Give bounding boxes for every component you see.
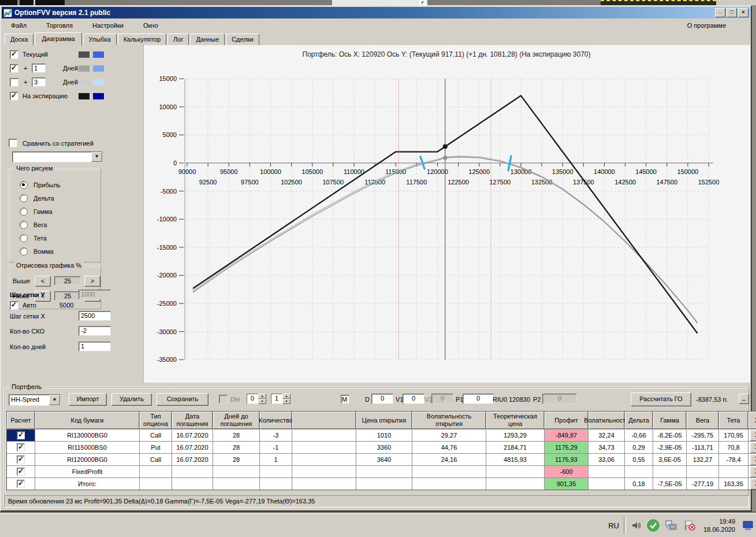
col-header-9[interactable]: Теоретическая цена [486,412,544,429]
radio-icon[interactable] [20,247,28,255]
close-button[interactable]: × [738,8,748,17]
chevron-down-icon[interactable]: ▼ [49,395,60,405]
layer-checkbox-1[interactable] [10,64,18,73]
collapse-button[interactable]: _ [739,394,749,404]
spinner-2[interactable]: 1 ▲▼ [271,394,291,404]
radio-icon[interactable] [20,221,28,229]
strategy-dropdown[interactable]: ▼ [12,151,103,162]
compare-checkbox[interactable] [9,139,17,147]
col-header-12[interactable]: Дельта [625,412,653,429]
auto-checkbox[interactable] [10,301,18,310]
layer-checkbox-3[interactable] [10,92,18,101]
menu-item-3[interactable]: Окно [141,21,161,30]
grid-step-y-field[interactable]: 1000 [79,290,111,299]
row-checkbox[interactable] [17,431,25,439]
decrease-button[interactable]: < [35,276,51,287]
menu-item-2[interactable]: Настройки [90,21,126,30]
param-field-v1[interactable]: 0 [403,394,424,404]
pnl-chart[interactable]: 150001000050000-5000-10000-15000-20000-2… [144,66,752,382]
maximize-button[interactable]: □ [727,8,737,17]
spin-down-icon[interactable]: ▼ [258,399,266,404]
layer-checkbox-2[interactable] [10,78,18,87]
radio-icon[interactable] [20,234,28,242]
col-header-spacer[interactable] [292,412,356,429]
radio-row-дельта[interactable]: Дельта [20,191,100,205]
percent-field[interactable]: 25 [54,276,81,286]
tab-диаграмма[interactable]: Диаграмма [35,32,81,46]
sko-count-field[interactable]: -2 [79,326,111,336]
col-header-7[interactable]: Цена открытия [356,412,412,429]
row-calc-cell[interactable] [7,429,35,441]
spin-up-icon[interactable]: ▲ [282,394,291,399]
col-header-8[interactable]: Волатильность открытия [412,412,486,429]
clock[interactable]: 19:49 18.06.2020 [701,517,738,534]
col-header-4[interactable]: Дней до погашения [213,412,259,429]
delete-row-button[interactable]: X [750,430,756,441]
tab-доска[interactable]: Доска [5,34,33,45]
param-field-d[interactable]: 0 [371,394,393,404]
speaker-icon[interactable] [631,520,642,531]
radio-icon[interactable] [20,181,28,189]
row-checkbox[interactable] [17,443,25,451]
p2-field[interactable]: 0 [542,394,577,404]
save-button[interactable]: Сохранить [157,393,208,406]
days-field-1[interactable]: 1 [32,64,46,73]
row-calc-cell[interactable] [7,454,35,465]
offline-flag-icon[interactable] [683,519,697,532]
increase-button[interactable]: > [84,276,100,287]
row-checkbox[interactable] [17,455,25,464]
tab-калькулятор[interactable]: Калькулятор [118,34,166,45]
row-calc-cell[interactable] [7,478,35,490]
percent-field[interactable]: 25 [54,291,81,301]
spin-up-icon[interactable]: ▲ [258,394,266,399]
menu-about[interactable]: О программе [685,21,728,30]
radio-row-тета[interactable]: Тета [20,231,100,245]
title-bar[interactable]: OptionFVV версия 2.1 public _ □ × [2,7,750,18]
language-indicator[interactable]: RU [608,521,619,530]
preset-dropdown[interactable]: HH-Spred ▼ [9,394,61,406]
radio-row-прибыль[interactable]: Прибыль [20,178,100,191]
network-icon[interactable] [664,519,678,532]
row-checkbox[interactable] [17,480,25,488]
import-button[interactable]: Импорт [69,393,107,406]
param-field-p1[interactable]: 0 [463,394,494,404]
col-header-11[interactable]: Волатильность [589,412,624,429]
delete-button[interactable]: Удалить [111,393,152,406]
tab-улыбка[interactable]: Улыбка [83,34,117,45]
col-header-14[interactable]: Вега [687,412,718,429]
radio-row-гамма[interactable]: Гамма [20,205,100,218]
radio-row-вега[interactable]: Вега [20,218,100,231]
days-count-field[interactable]: 1 [79,342,111,351]
menu-item-1[interactable]: Торговля [44,21,75,30]
spin-down-icon[interactable]: ▼ [282,399,291,404]
col-header-0[interactable]: Расчет [7,412,35,429]
col-header-13[interactable]: Гамма [653,412,686,429]
row-calc-cell[interactable] [7,442,35,453]
param-field-v2[interactable]: 0 [431,394,453,404]
minimize-button[interactable]: _ [715,8,725,17]
col-header-16[interactable]: X [748,412,756,429]
radio-icon[interactable] [20,208,28,216]
col-header-10[interactable]: Профит [545,412,588,429]
tab-лог[interactable]: Лог [167,34,189,45]
col-header-1[interactable]: Код бумаги [35,412,139,429]
chevron-down-icon[interactable]: ▼ [91,152,102,162]
show-desktop-icon[interactable] [742,520,754,531]
tab-сделки[interactable]: Сделки [226,34,259,45]
radio-row-вомма[interactable]: Вомма [20,245,100,258]
spinner-1[interactable]: 0 ▲▼ [247,394,266,404]
delete-row-button[interactable]: X [750,454,756,465]
layer-checkbox-0[interactable] [10,50,18,59]
delete-row-button[interactable]: X [750,442,756,453]
days-field-2[interactable]: 3 [32,77,46,87]
calc-margin-button[interactable]: Рассчитать ГО [631,392,691,406]
menu-item-0[interactable]: Файл [9,21,29,30]
col-header-5[interactable]: Количество [260,412,292,429]
row-checkbox[interactable] [17,468,25,476]
status-check-icon[interactable] [647,519,660,532]
tab-данные[interactable]: Данные [190,34,225,45]
radio-icon[interactable] [20,194,28,202]
col-header-3[interactable]: Дата погашения [172,412,213,429]
delete-row-button[interactable]: X [750,479,756,490]
col-header-2[interactable]: Тип опциона [140,412,172,429]
